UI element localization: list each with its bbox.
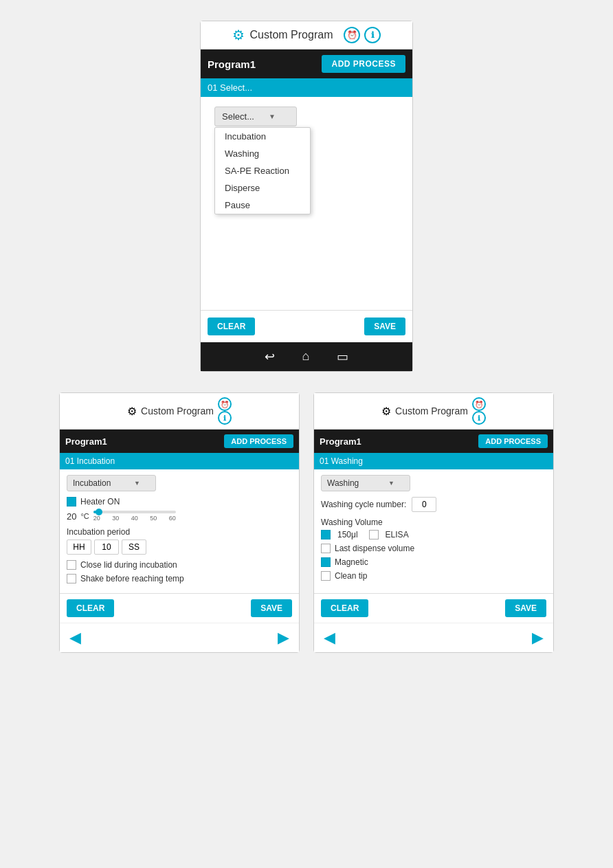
volume-elisa-checkbox[interactable] <box>369 530 379 539</box>
volume-150-checkbox[interactable] <box>321 530 331 539</box>
process-item-label: 01 Select... <box>208 82 252 93</box>
incubation-period-label: Incubation period <box>67 527 292 537</box>
temp-unit: °C <box>80 512 89 520</box>
close-lid-checkbox[interactable] <box>67 560 76 570</box>
navigation-bar: ↩ ⌂ ▭ <box>201 342 412 371</box>
washing-dropdown-value: Washing <box>327 478 359 488</box>
incubation-clear-btn[interactable]: CLEAR <box>67 599 114 617</box>
washing-volume-label: Washing Volume <box>321 518 546 527</box>
add-process-button[interactable]: ADD PROCESS <box>322 55 405 73</box>
incubation-save-btn[interactable]: SAVE <box>251 599 292 617</box>
clock-icon-btn[interactable]: ⏰ <box>344 27 360 43</box>
menu-item-disperse[interactable]: Disperse <box>215 179 310 197</box>
shake-checkbox[interactable] <box>67 574 76 583</box>
washing-content: Washing ▼ Washing cycle number: Washing … <box>314 469 553 593</box>
washing-dropdown-arrow: ▼ <box>388 480 394 487</box>
incubation-process-row[interactable]: 01 Incubation <box>60 453 299 469</box>
incubation-dropdown-value: Incubation <box>73 478 111 488</box>
back-icon[interactable]: ↩ <box>265 349 275 364</box>
process-dropdown-container: Select... ▼ Incubation Washing SA-PE Rea… <box>214 107 399 126</box>
slider-label-50: 50 <box>150 515 157 522</box>
shake-label: Shake before reaching temp <box>80 574 184 583</box>
last-dispense-label: Last dispense volume <box>335 544 414 553</box>
slider-label-20: 20 <box>93 515 100 522</box>
incubation-forward-arrow[interactable]: ▶ <box>278 629 289 647</box>
bottom-panels-row: ⚙ Custom Program ⏰ ℹ Program1 ADD PROCES… <box>59 392 554 653</box>
dropdown-menu: Incubation Washing SA-PE Reaction Disper… <box>214 127 311 214</box>
washing-header: ⚙ Custom Program ⏰ ℹ <box>314 393 553 430</box>
last-dispense-checkbox[interactable] <box>321 544 331 553</box>
incubation-clock-btn[interactable]: ⏰ <box>218 397 232 411</box>
washing-cycle-label: Washing cycle number: <box>321 500 406 509</box>
volume-elisa-label: ELISA <box>386 530 409 539</box>
incubation-panel: ⚙ Custom Program ⏰ ℹ Program1 ADD PROCES… <box>59 392 300 653</box>
washing-forward-arrow[interactable]: ▶ <box>532 629 544 647</box>
process-row[interactable]: 01 Select... <box>201 78 412 97</box>
recent-icon[interactable]: ▭ <box>337 349 348 364</box>
menu-item-sape[interactable]: SA-PE Reaction <box>215 162 310 179</box>
volume-elisa-option: ELISA <box>369 530 409 539</box>
temp-slider-track[interactable] <box>93 511 176 513</box>
washing-dropdown[interactable]: Washing ▼ <box>321 475 410 491</box>
washing-dropdown-row: Washing ▼ <box>321 475 546 491</box>
close-lid-row: Close lid during incubation <box>67 560 292 570</box>
incubation-footer: CLEAR SAVE <box>60 593 299 623</box>
clean-tip-row: Clean tip <box>321 571 546 581</box>
magnetic-checkbox[interactable] <box>321 557 331 567</box>
menu-item-pause[interactable]: Pause <box>215 197 310 214</box>
temp-value: 20 <box>67 511 76 522</box>
washing-info-btn[interactable]: ℹ <box>472 411 486 425</box>
washing-process-row[interactable]: 01 Washing <box>314 453 553 469</box>
washing-panel: ⚙ Custom Program ⏰ ℹ Program1 ADD PROCES… <box>313 392 554 653</box>
incubation-panel-title: Custom Program <box>141 405 214 416</box>
clean-tip-checkbox[interactable] <box>321 571 331 581</box>
temp-slider-container: 20 30 40 50 60 <box>93 511 176 522</box>
temp-slider-row: 20 °C 20 30 40 50 60 <box>67 511 292 522</box>
volume-150-label: 150μl <box>337 530 358 539</box>
washing-save-btn[interactable]: SAVE <box>505 599 546 617</box>
incubation-info-btn[interactable]: ℹ <box>218 411 232 425</box>
panel-footer: CLEAR SAVE <box>201 310 412 342</box>
period-inputs-row <box>67 539 292 555</box>
dropdown-selected-value: Select... <box>222 111 254 122</box>
heater-on-checkbox[interactable] <box>67 497 76 507</box>
period-ss-input[interactable] <box>122 539 146 555</box>
incubation-back-arrow[interactable]: ◀ <box>69 629 81 647</box>
clear-button[interactable]: CLEAR <box>208 318 255 335</box>
save-button[interactable]: SAVE <box>364 318 405 335</box>
incubation-content: Incubation ▼ Heater ON 20 °C <box>60 469 299 593</box>
close-lid-label: Close lid during incubation <box>80 560 177 570</box>
period-hh-input[interactable] <box>67 539 91 555</box>
incubation-dropdown-arrow: ▼ <box>134 480 140 487</box>
washing-back-arrow[interactable]: ◀ <box>324 629 335 647</box>
washing-clear-btn[interactable]: CLEAR <box>321 599 368 617</box>
incubation-add-process-btn[interactable]: ADD PROCESS <box>224 434 293 448</box>
incubation-dropdown[interactable]: Incubation ▼ <box>67 475 156 491</box>
process-dropdown[interactable]: Select... ▼ <box>214 107 297 126</box>
menu-item-washing[interactable]: Washing <box>215 145 310 162</box>
program-bar: Program1 ADD PROCESS <box>201 49 412 78</box>
clean-tip-label: Clean tip <box>335 571 367 581</box>
magnetic-row: Magnetic <box>321 557 546 567</box>
magnetic-label: Magnetic <box>335 557 368 567</box>
panel-title: Custom Program <box>250 29 333 41</box>
incubation-header: ⚙ Custom Program ⏰ ℹ <box>60 393 299 430</box>
volume-options-row: 150μl ELISA <box>321 530 546 539</box>
washing-gear-icon: ⚙ <box>381 405 391 418</box>
slider-label-60: 60 <box>169 515 176 522</box>
washing-process-label: 01 Washing <box>320 456 363 466</box>
volume-150-option: 150μl <box>321 530 358 539</box>
shake-row: Shake before reaching temp <box>67 574 292 583</box>
washing-program-bar: Program1 ADD PROCESS <box>314 430 553 453</box>
menu-item-incubation[interactable]: Incubation <box>215 128 310 145</box>
incubation-program-name: Program1 <box>65 436 107 447</box>
washing-add-process-btn[interactable]: ADD PROCESS <box>478 434 548 448</box>
washing-cycle-input[interactable] <box>412 497 436 512</box>
info-icon-btn[interactable]: ℹ <box>364 27 381 43</box>
washing-clock-btn[interactable]: ⏰ <box>472 397 486 411</box>
incubation-gear-icon: ⚙ <box>127 405 137 418</box>
period-mm-input[interactable] <box>94 539 119 555</box>
slider-label-30: 30 <box>112 515 119 522</box>
home-icon[interactable]: ⌂ <box>302 349 310 364</box>
top-panel-header: ⚙ Custom Program ⏰ ℹ <box>201 21 412 49</box>
